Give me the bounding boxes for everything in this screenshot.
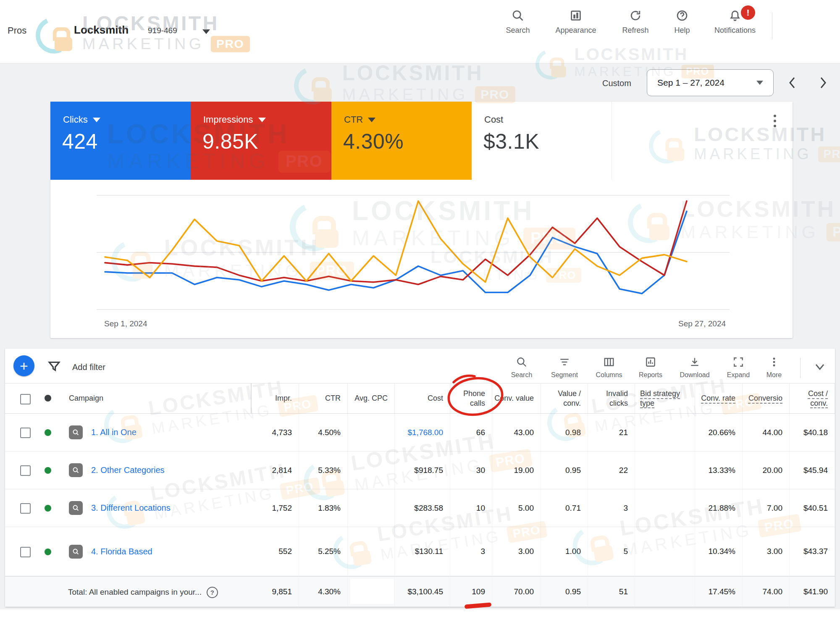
column-header-bid-strategy-type-label: Bid strategy type — [640, 389, 695, 408]
trend-chart — [84, 181, 748, 319]
campaign-link[interactable]: 4. Florida Based — [91, 547, 152, 556]
nav-appearance[interactable]: Appearance — [544, 9, 607, 35]
cell-conv-value: 19.00 — [492, 452, 541, 489]
notification-badge: ! — [740, 4, 756, 21]
help-icon[interactable]: ? — [207, 587, 218, 598]
column-header-avg-cpc[interactable]: Avg. CPC — [348, 383, 395, 413]
account-chevron-down-icon[interactable] — [202, 29, 210, 34]
table-columns-label: Columns — [596, 371, 622, 379]
table-expand-button[interactable]: Expand — [717, 356, 760, 379]
nav-notifications-label: Notifications — [714, 26, 756, 35]
campaign-link[interactable]: 1. All in One — [91, 428, 136, 437]
cell-phone-calls: 10 — [450, 489, 492, 527]
column-header-invalid-clicks[interactable]: Invalid clicks — [588, 383, 635, 413]
scorecard-ctr[interactable]: CTR 4.30% — [331, 102, 472, 180]
column-header-bid-strategy-type[interactable]: Bid strategy type — [635, 383, 695, 413]
campaign-detail-search-chip[interactable] — [69, 463, 83, 477]
date-prev-button[interactable] — [784, 74, 801, 91]
cell-bid-strategy-type — [635, 577, 695, 606]
total-row-label: Total: All enabled campaigns in your... — [68, 588, 202, 597]
x-axis-start-label: Sep 1, 2024 — [104, 319, 147, 328]
cell-ctr: 1.83% — [299, 489, 348, 527]
column-header-conv-rate[interactable]: Conv. rate — [695, 383, 743, 413]
nav-appearance-label: Appearance — [555, 26, 596, 35]
scorecard-impressions-label: Impressions — [203, 114, 253, 125]
cell-bid-strategy-type — [635, 414, 695, 451]
cell-conversions: 44.00 — [743, 414, 790, 451]
column-header-avg-cpc-label: Avg. CPC — [354, 394, 388, 403]
column-header-cost-per-conv[interactable]: Cost / conv. — [790, 383, 835, 413]
table-expand-label: Expand — [727, 371, 750, 379]
cell-value-per-conv: 0.98 — [541, 414, 588, 451]
column-header-cost-per-conv-label: Cost / conv. — [790, 389, 828, 408]
cell-cost-per-conv: $41.90 — [790, 577, 835, 606]
column-header-conversions[interactable]: Conversio — [743, 383, 790, 413]
column-header-ctr[interactable]: CTR — [299, 383, 348, 413]
nav-divider — [772, 13, 772, 39]
cell-phone-calls: 66 — [450, 414, 492, 451]
column-header-conv-value[interactable]: Conv. value — [492, 383, 541, 413]
cell-phone-calls: 3 — [450, 527, 492, 576]
scorecard-clicks[interactable]: Clicks 424 — [50, 102, 191, 180]
nav-search[interactable]: Search — [486, 9, 549, 35]
table-row-4: 4. Florida Based5525.25%$130.1133.001.00… — [5, 527, 835, 576]
column-header-value-per-conv[interactable]: Value / conv. — [541, 383, 588, 413]
row-checkbox[interactable] — [20, 547, 31, 557]
table-search-button[interactable]: Search — [500, 356, 543, 379]
trend-line-impressions — [105, 201, 687, 285]
campaign-link[interactable]: 2. Other Categories — [91, 465, 165, 475]
cell-avg-cpc — [348, 414, 395, 451]
table-more-button[interactable]: More — [755, 356, 793, 379]
account-name[interactable]: Locksmith — [74, 24, 129, 37]
date-next-button[interactable] — [815, 74, 832, 91]
cell-avg-cpc — [348, 452, 395, 489]
status-enabled-dot — [45, 467, 51, 474]
chart-more-options-icon[interactable] — [766, 111, 783, 131]
column-header-phone-calls[interactable]: Phone calls — [450, 383, 492, 413]
scorecard-cost[interactable]: Cost $3.1K — [472, 102, 612, 180]
table-columns-button[interactable]: Columns — [587, 356, 631, 379]
cell-value-per-conv: 1.00 — [541, 527, 588, 576]
scorecard-ctr-label: CTR — [344, 114, 363, 125]
row-checkbox[interactable] — [20, 503, 31, 514]
cell-phone-calls: 30 — [450, 452, 492, 489]
column-header-campaign[interactable]: Campaign — [5, 383, 251, 413]
scorecard-cost-value: $3.1K — [483, 129, 539, 154]
table-segment-button[interactable]: Segment — [543, 356, 586, 379]
status-enabled-dot — [45, 549, 51, 555]
cell-conv-value: 3.00 — [492, 527, 541, 576]
cell-phone-calls: 109 — [450, 577, 492, 606]
table-reports-button[interactable]: Reports — [629, 356, 672, 379]
campaign-detail-search-chip[interactable] — [69, 545, 83, 559]
pros-label: Pros — [8, 25, 26, 36]
search-icon — [512, 9, 524, 22]
date-range-picker[interactable]: Sep 1 – 27, 2024 — [647, 69, 774, 96]
cell-ctr: 4.30% — [299, 577, 348, 606]
campaign-detail-search-chip[interactable] — [69, 425, 83, 439]
more-vert-icon — [768, 356, 780, 368]
column-header-phone-calls-label: Phone calls — [450, 389, 485, 408]
scorecard-impressions[interactable]: Impressions 9.85K — [191, 102, 331, 180]
filter-icon[interactable] — [47, 360, 61, 375]
redaction-patch — [350, 579, 394, 604]
column-header-impr[interactable]: Impr. — [251, 383, 299, 413]
collapse-table-button[interactable] — [810, 360, 830, 375]
cell-invalid-clicks: 51 — [588, 577, 635, 606]
cell-bid-strategy-type — [635, 489, 695, 527]
campaign-link[interactable]: 3. Different Locations — [91, 503, 171, 513]
download-icon — [689, 356, 701, 368]
add-filter-label[interactable]: Add filter — [72, 362, 105, 372]
add-campaign-button[interactable]: + — [13, 355, 34, 376]
table-search-label: Search — [511, 371, 533, 379]
nav-help-label: Help — [674, 26, 690, 35]
nav-search-label: Search — [506, 26, 530, 35]
nav-notifications[interactable]: Notifications ! — [704, 9, 766, 35]
scorecard-ctr-value: 4.30% — [343, 129, 404, 154]
campaign-detail-search-chip[interactable] — [69, 501, 83, 515]
cell-conversions: 74.00 — [743, 577, 790, 606]
row-checkbox[interactable] — [20, 428, 31, 438]
row-checkbox[interactable] — [20, 465, 31, 476]
table-download-button[interactable]: Download — [673, 356, 717, 379]
column-header-cost[interactable]: Cost — [395, 383, 450, 413]
date-chevron-down-icon — [756, 81, 763, 85]
